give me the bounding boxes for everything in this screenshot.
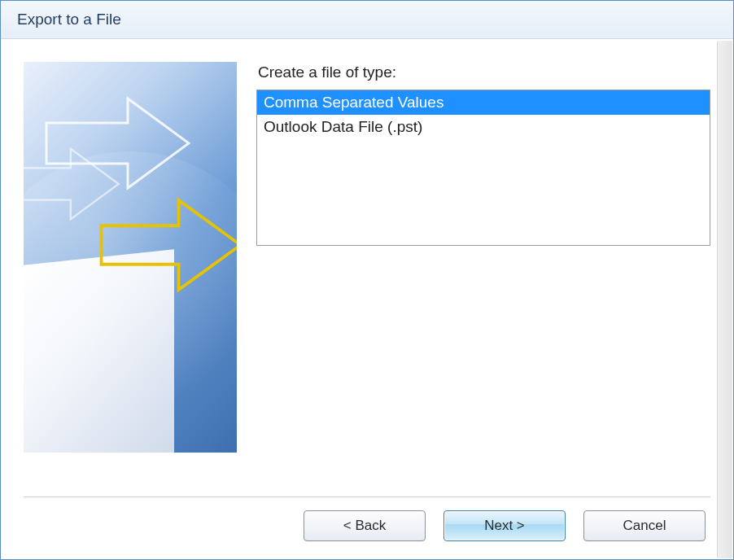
- next-button[interactable]: Next >: [443, 510, 566, 541]
- button-separator: [24, 497, 710, 497]
- file-type-listbox[interactable]: Comma Separated ValuesOutlook Data File …: [256, 90, 710, 246]
- dialog-content: Create a file of type: Comma Separated V…: [24, 62, 710, 482]
- file-type-option[interactable]: Outlook Data File (.pst): [257, 115, 710, 139]
- vertical-scrollbar[interactable]: [717, 41, 732, 558]
- export-wizard-dialog: Export to a File Create a file of typ: [0, 0, 734, 560]
- dialog-titlebar: Export to a File: [1, 1, 733, 39]
- back-button[interactable]: < Back: [304, 510, 426, 541]
- file-type-prompt: Create a file of type:: [258, 63, 710, 81]
- wizard-button-row: < Back Next > Cancel: [24, 510, 710, 541]
- file-type-option[interactable]: Comma Separated Values: [257, 90, 710, 115]
- dialog-title: Export to a File: [17, 11, 121, 28]
- arrow-yellow-icon: [94, 184, 237, 306]
- cancel-button[interactable]: Cancel: [583, 510, 706, 541]
- wizard-hero-image: [24, 62, 237, 453]
- dialog-body: Create a file of type: Comma Separated V…: [1, 39, 733, 559]
- wizard-right-pane: Create a file of type: Comma Separated V…: [256, 62, 710, 482]
